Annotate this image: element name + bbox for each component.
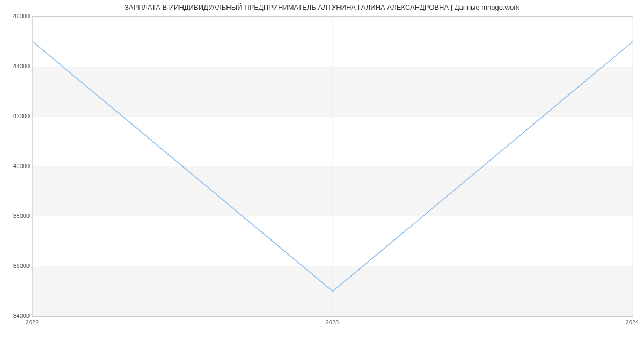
y-tick-label: 34000 [3,312,30,319]
x-tick-label: 2023 [326,319,339,325]
plot-svg [33,17,633,316]
chart-title: ЗАРПЛАТА В ИИНДИВИДУАЛЬНЫЙ ПРЕДПРИНИМАТЕ… [0,3,644,11]
y-tick-label: 38000 [3,213,30,219]
x-tick-label: 2022 [26,319,39,325]
plot-area [32,16,633,317]
x-tick-label: 2024 [626,319,639,325]
y-tick-label: 46000 [3,13,30,19]
y-tick-label: 44000 [3,63,30,69]
y-tick-label: 42000 [3,113,30,119]
y-tick-label: 36000 [3,263,30,269]
line-chart: ЗАРПЛАТА В ИИНДИВИДУАЛЬНЫЙ ПРЕДПРИНИМАТЕ… [0,0,644,349]
y-tick-label: 40000 [3,163,30,169]
